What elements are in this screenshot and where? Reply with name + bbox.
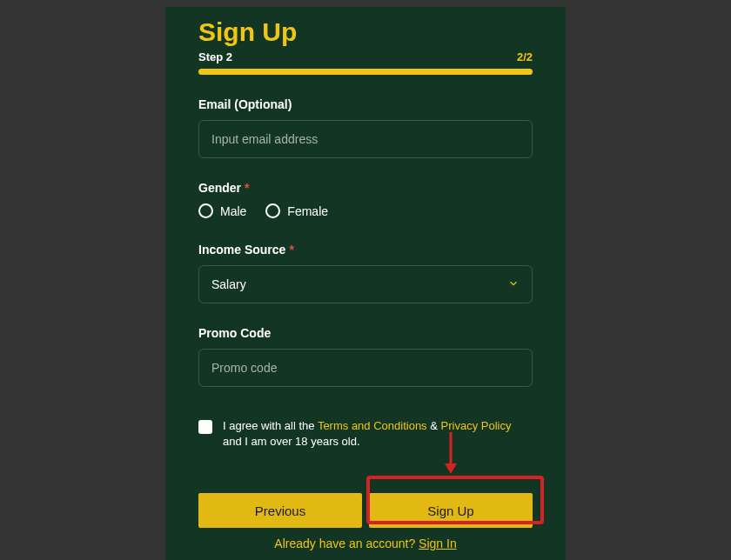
income-selected: Salary (211, 277, 246, 291)
agree-text: I agree with all the Terms and Condition… (223, 418, 533, 450)
income-label: Income Source* (198, 243, 533, 257)
radio-male[interactable]: Male (198, 203, 246, 218)
signup-button[interactable]: Sign Up (369, 493, 533, 528)
email-label: Email (Optional) (198, 97, 533, 111)
previous-button[interactable]: Previous (198, 493, 362, 528)
button-row: Previous Sign Up (198, 493, 533, 528)
step-count: 2/2 (517, 50, 533, 63)
income-select[interactable]: Salary (198, 265, 533, 303)
privacy-link[interactable]: Privacy Policy (441, 419, 512, 432)
promo-label: Promo Code (198, 326, 533, 340)
step-label: Step 2 (198, 50, 232, 63)
progress-bar (198, 69, 533, 75)
required-star: * (245, 181, 249, 195)
step-row: Step 2 2/2 (198, 50, 533, 63)
promo-input[interactable] (198, 349, 533, 387)
radio-female[interactable]: Female (265, 203, 328, 218)
required-star: * (289, 243, 293, 257)
signup-card: Sign Up Step 2 2/2 Email (Optional) Gend… (165, 7, 566, 560)
agree-row: I agree with all the Terms and Condition… (198, 418, 533, 450)
email-input[interactable] (198, 120, 533, 158)
radio-icon (265, 203, 280, 218)
page-title: Sign Up (198, 17, 533, 47)
radio-icon (198, 203, 213, 218)
signin-link[interactable]: Sign In (419, 537, 457, 550)
chevron-down-icon (507, 277, 520, 292)
bottom-row: Already have an account? Sign In (198, 537, 533, 550)
gender-label: Gender* (198, 181, 533, 195)
terms-link[interactable]: Terms and Conditions (318, 419, 427, 432)
agree-checkbox[interactable] (198, 420, 212, 434)
gender-radio-group: Male Female (198, 203, 533, 218)
